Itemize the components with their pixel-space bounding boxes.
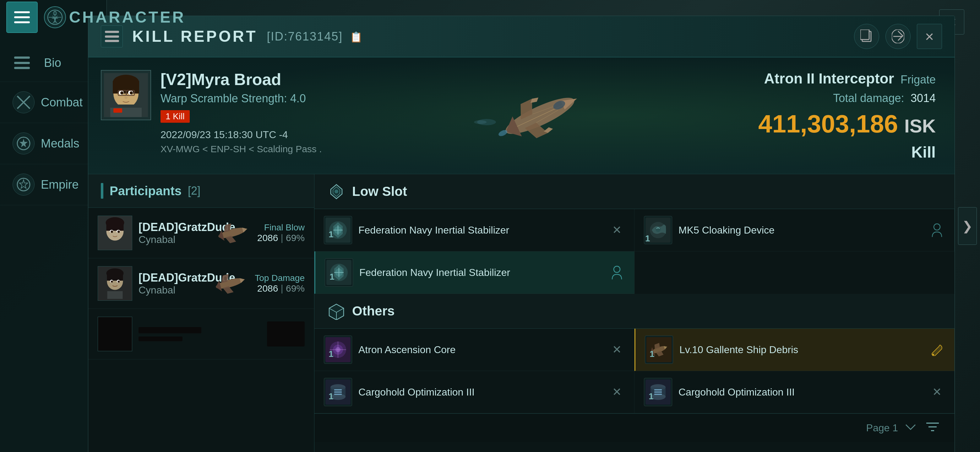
kill-body: Participants [2]: [88, 174, 955, 452]
equip-item-qty: 1: [329, 392, 334, 401]
remove-icon: ✕: [609, 342, 625, 357]
combat-icon: [13, 91, 35, 113]
dialog-footer: Page 1: [314, 413, 955, 442]
svg-rect-22: [860, 30, 869, 40]
kill-hero-section: [V2]Myra Broad Warp Scramble Strength: 4…: [88, 57, 955, 174]
gallente-debris-name: Lv.10 Gallente Ship Debris: [679, 344, 923, 356]
svg-rect-83: [98, 317, 132, 351]
participant-1-pct: 69%: [286, 233, 305, 243]
mk5-cloaking-name: MK5 Cloaking Device: [678, 224, 923, 236]
participant-1-info: [DEAD]GratzDude Cynabal: [138, 220, 207, 246]
svg-point-60: [111, 230, 113, 233]
participant-3-ship-img: [267, 322, 305, 347]
participant-1-stats: Final Blow 2086 | 69%: [257, 222, 305, 243]
participants-header: Participants [2]: [88, 174, 314, 208]
kill-isk-value: 411,303,186: [758, 109, 898, 138]
victim-kill-badge: 1 Kill: [161, 110, 190, 123]
right-expand-arrow[interactable]: ❯: [958, 207, 977, 245]
participant-1-badge: Final Blow: [257, 222, 305, 233]
svg-rect-77: [107, 291, 123, 299]
victim-warp-scramble: Warp Scramble Strength: 4.0: [161, 92, 322, 105]
svg-rect-20: [105, 40, 119, 42]
dialog-header: KILL REPORT [ID:7613145] 📋: [88, 16, 955, 57]
equip-item[interactable]: 1 Cargohold Optimization III ✕: [314, 371, 635, 413]
svg-point-117: [932, 354, 934, 356]
svg-rect-71: [107, 272, 123, 281]
victim-datetime: 2022/09/23 15:18:30 UTC -4: [161, 129, 322, 141]
filter-button[interactable]: [923, 419, 942, 437]
header-accent: [101, 183, 103, 199]
low-slot-title: Low Slot: [352, 184, 407, 199]
participant-item[interactable]: [DEAD]GratzDude Cynabal: [88, 259, 314, 309]
svg-rect-11: [14, 67, 30, 69]
equip-item[interactable]: 1 MK5 Cloaking Device: [635, 209, 955, 251]
wrench-icon: [929, 342, 945, 357]
kill-report-dialog: KILL REPORT [ID:7613145] 📋: [88, 16, 955, 452]
sidebar-combat-label: Combat: [41, 96, 83, 109]
dialog-header-right: ×: [854, 24, 942, 49]
others-title: Others: [352, 303, 395, 319]
participant-2-badge: Top Damage: [255, 273, 305, 283]
share-report-button[interactable]: [885, 24, 911, 49]
dialog-id: [ID:7613145] 📋: [267, 30, 363, 43]
participant-2-ship: Cynabal: [138, 284, 204, 296]
svg-rect-19: [105, 35, 119, 38]
participant-item[interactable]: [88, 309, 314, 359]
equip-item-qty: 1: [645, 233, 650, 244]
participants-count: [2]: [188, 184, 200, 197]
svg-point-53: [474, 120, 487, 124]
fed-navy-inertial-stab-1-name: Federation Navy Inertial Stabilizer: [358, 224, 603, 236]
equip-item[interactable]: 1 Atron Ascension Core ✕: [314, 329, 635, 371]
svg-point-31: [120, 91, 123, 95]
cargohold-opt-1-name: Cargohold Optimization III: [358, 386, 603, 398]
participant-2-pct: 69%: [286, 283, 305, 293]
hamburger-icon: [14, 11, 30, 23]
others-grid: 1 Atron Ascension Core ✕: [314, 329, 955, 413]
vitruvian-icon: [44, 6, 66, 28]
svg-rect-57: [107, 222, 124, 231]
others-header: Others: [314, 294, 955, 329]
fed-navy-inertial-stab-1-icon: [324, 216, 352, 244]
participant-1-damage: 2086: [257, 233, 278, 243]
participant-3-avatar: [98, 317, 132, 351]
svg-point-75: [118, 281, 120, 283]
svg-rect-9: [14, 57, 30, 59]
participants-title: Participants: [110, 184, 181, 198]
participant-1-ship: Cynabal: [138, 234, 207, 246]
svg-line-8: [55, 21, 57, 24]
kill-outcome: Kill: [758, 143, 936, 161]
victim-name: [V2]Myra Broad: [161, 70, 322, 89]
equip-item[interactable]: 1 Cargohold Optimization III ✕: [635, 371, 955, 413]
empire-icon: [13, 174, 35, 195]
svg-marker-15: [19, 139, 28, 147]
atron-ascension-core-icon: [324, 336, 352, 364]
equip-item[interactable]: 1 Federation Navy Inertial Stabilizer ✕: [314, 209, 635, 251]
ship-display: [322, 70, 759, 161]
bio-menu-icon: [13, 53, 32, 72]
equip-item-highlighted[interactable]: 1 Federation Navy Inertial Stabilizer: [314, 251, 635, 294]
person-icon: [929, 222, 945, 238]
kill-isk-unit: ISK: [904, 115, 936, 137]
kill-stats: Atron II Interceptor Frigate Total damag…: [758, 70, 942, 161]
victim-location: XV-MWG < ENP-SH < Scalding Pass .: [161, 144, 322, 154]
low-slot-icon: [327, 182, 346, 201]
equipment-panel: Low Slot: [314, 174, 955, 452]
svg-rect-62: [106, 241, 124, 250]
low-slot-header: Low Slot: [314, 174, 955, 209]
svg-point-100: [614, 266, 620, 273]
participant-2-avatar: [98, 266, 132, 301]
close-dialog-button[interactable]: ×: [917, 24, 942, 49]
participants-panel: Participants [2]: [88, 174, 314, 452]
equip-item-qty: 1: [649, 392, 654, 401]
chevron-right-icon[interactable]: [904, 423, 917, 433]
copy-report-button[interactable]: [854, 24, 879, 49]
equip-item-qty: 1: [329, 230, 334, 239]
equip-item-gold[interactable]: 1 Lv.10 Gallente Ship Debris: [635, 329, 955, 371]
participant-item[interactable]: [DEAD]GratzDude Cynabal: [88, 208, 314, 259]
fed-navy-inertial-stab-2-icon: [325, 259, 353, 287]
svg-rect-84: [267, 322, 305, 347]
kill-damage-value: 3014: [911, 92, 936, 105]
participant-2-info: [DEAD]GratzDude Cynabal: [138, 271, 204, 296]
top-menu-button[interactable]: [6, 2, 38, 33]
kill-ship-name: Atron II Interceptor: [764, 70, 894, 87]
